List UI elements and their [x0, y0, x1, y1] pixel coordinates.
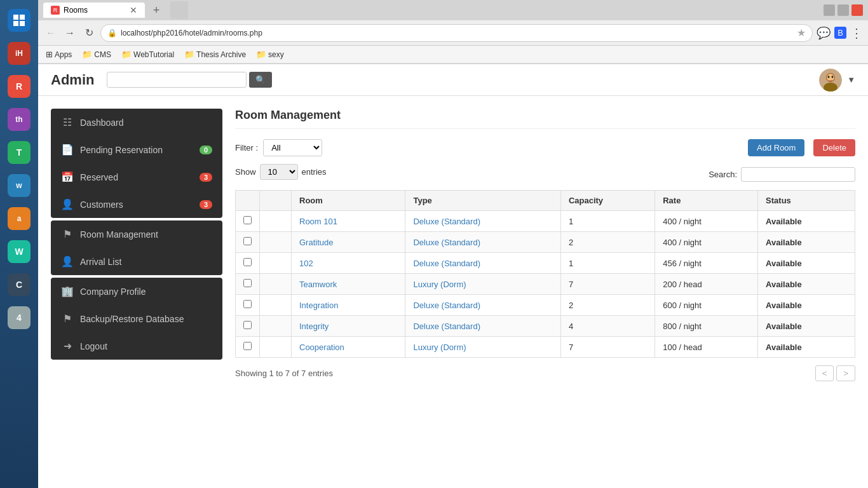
sidebar-item-room-management[interactable]: ⚑ Room Management: [51, 220, 222, 248]
tab-strip-control[interactable]: [170, 1, 188, 19]
row-checkbox-0[interactable]: [243, 216, 252, 224]
bookmark-cms-label: CMS: [94, 50, 111, 59]
taskbar-R[interactable]: R: [4, 71, 34, 102]
row-checkbox-1[interactable]: [243, 237, 252, 245]
new-tab-btn[interactable]: +: [147, 1, 165, 19]
forward-btn[interactable]: →: [62, 25, 78, 41]
arrival-icon: 👤: [61, 255, 74, 268]
filter-label: Filter :: [235, 143, 258, 152]
show-select[interactable]: 10 25 50 100: [260, 164, 298, 180]
room-link-3[interactable]: Teamwork: [299, 280, 337, 289]
row-img-cell-2: [260, 253, 292, 274]
type-link-3[interactable]: Luxury (Dorm): [413, 280, 466, 289]
tab-title: Rooms: [64, 6, 88, 15]
user-dropdown-arrow[interactable]: ▼: [847, 75, 855, 85]
svg-rect-1: [20, 15, 25, 20]
back-btn[interactable]: ←: [43, 25, 58, 41]
row-rate-cell-4: 600 / night: [655, 295, 758, 316]
row-img-cell-6: [260, 337, 292, 358]
delete-btn[interactable]: Delete: [813, 139, 855, 156]
taskbar-T[interactable]: T: [4, 137, 34, 168]
table-search-input[interactable]: [741, 167, 855, 182]
browser-tab[interactable]: R Rooms ✕: [43, 3, 145, 18]
taskbar-start[interactable]: [4, 5, 34, 36]
header-search-btn[interactable]: 🔍: [249, 72, 272, 88]
row-type-cell-4: Deluxe (Standard): [405, 295, 560, 316]
tab-close-btn[interactable]: ✕: [130, 5, 137, 15]
bookmark-star[interactable]: ★: [797, 27, 806, 39]
taskbar-W[interactable]: W: [4, 236, 34, 267]
row-img-cell-4: [260, 295, 292, 316]
taskbar-an[interactable]: a: [4, 203, 34, 234]
window-minimize[interactable]: [824, 4, 835, 16]
reload-btn[interactable]: ↻: [81, 25, 97, 41]
sidebar-item-logout[interactable]: ➜ Logout: [51, 332, 222, 360]
row-checkbox-5[interactable]: [243, 321, 252, 329]
taskbar-th[interactable]: th: [4, 104, 34, 135]
bookmark-thesis-archive[interactable]: 📁 Thesis Archive: [182, 48, 248, 60]
taskbar-web[interactable]: w: [4, 170, 34, 201]
entries-label: entries: [302, 167, 327, 177]
room-link-2[interactable]: 102: [299, 259, 313, 268]
header-search-input[interactable]: [107, 72, 247, 88]
th-rate: Rate: [655, 191, 758, 211]
sidebar-item-pending-reservation[interactable]: 📄 Pending Reservation 0: [51, 136, 222, 163]
room-link-6[interactable]: Cooperation: [299, 342, 344, 352]
room-link-4[interactable]: Integration: [299, 301, 338, 310]
window-maximize[interactable]: [837, 4, 849, 16]
row-status-cell-2: Available: [758, 253, 855, 274]
table-row: 102 Deluxe (Standard) 1 456 / night Avai…: [236, 253, 855, 274]
sidebar-section-2: ⚑ Room Management 👤 Arrival List: [51, 220, 222, 275]
logout-icon: ➜: [61, 340, 74, 352]
menu-btn[interactable]: ⋮: [850, 25, 863, 41]
window-close[interactable]: [851, 4, 863, 16]
row-checkbox-4[interactable]: [243, 300, 252, 308]
add-room-btn[interactable]: Add Room: [748, 139, 804, 156]
type-link-4[interactable]: Deluxe (Standard): [413, 301, 480, 310]
row-rate-cell-6: 100 / head: [655, 337, 758, 358]
sidebar-item-customers[interactable]: 👤 Customers 3: [51, 191, 222, 218]
taskbar-C[interactable]: C: [4, 269, 34, 300]
row-rate-cell-5: 800 / night: [655, 316, 758, 337]
row-checkbox-2[interactable]: [243, 258, 252, 266]
row-checkbox-cell: [236, 253, 260, 274]
bookmark-apps[interactable]: ⊞ Apps: [43, 48, 74, 60]
type-link-1[interactable]: Deluxe (Standard): [413, 238, 480, 247]
sidebar-item-arrival-list[interactable]: 👤 Arrival List: [51, 248, 222, 275]
row-capacity-cell-5: 4: [560, 316, 654, 337]
user-avatar[interactable]: [819, 69, 842, 92]
sidebar-item-backup[interactable]: ⚑ Backup/Restore Database: [51, 305, 222, 332]
taskbar-iHeart[interactable]: iH: [4, 38, 34, 69]
room-link-5[interactable]: Integrity: [299, 322, 329, 331]
reserved-badge: 3: [200, 173, 212, 182]
sidebar-label-logout: Logout: [80, 341, 212, 351]
row-checkbox-3[interactable]: [243, 279, 252, 287]
bookmark-cms[interactable]: 📁 CMS: [79, 48, 114, 60]
sidebar-item-reserved[interactable]: 📅 Reserved 3: [51, 163, 222, 191]
row-img-cell-1: [260, 232, 292, 253]
type-link-5[interactable]: Deluxe (Standard): [413, 322, 480, 331]
room-link-0[interactable]: Room 101: [299, 217, 337, 226]
filter-dropdown[interactable]: All Available Occupied: [263, 139, 322, 156]
row-status-cell-0: Available: [758, 211, 855, 232]
room-link-1[interactable]: Gratitude: [299, 238, 333, 247]
address-bar[interactable]: 🔒 localhost/php2016/hotel/admin/rooms.ph…: [100, 24, 813, 42]
row-type-cell-1: Deluxe (Standard): [405, 232, 560, 253]
type-link-0[interactable]: Deluxe (Standard): [413, 217, 480, 226]
sidebar-item-company-profile[interactable]: 🏢 Company Profile: [51, 278, 222, 305]
bookmark-thesis-icon: 📁: [184, 50, 194, 59]
bookmark-webtutorial[interactable]: 📁 WebTutorial: [119, 48, 177, 60]
next-page-btn[interactable]: >: [836, 365, 855, 381]
type-link-2[interactable]: Deluxe (Standard): [413, 259, 480, 268]
type-link-6[interactable]: Luxury (Dorm): [413, 342, 466, 352]
prev-page-btn[interactable]: <: [815, 365, 834, 381]
row-checkbox-6[interactable]: [243, 342, 252, 350]
sidebar-label-room-management: Room Management: [80, 229, 212, 240]
sidebar-label-customers: Customers: [80, 200, 193, 210]
url-input[interactable]: localhost/php2016/hotel/admin/rooms.php: [121, 29, 793, 37]
extension-icon[interactable]: B: [834, 27, 846, 39]
messenger-icon[interactable]: 💬: [817, 26, 831, 40]
bookmark-sexy[interactable]: 📁 sexy: [254, 48, 287, 60]
taskbar-4[interactable]: 4: [4, 302, 34, 333]
sidebar-item-dashboard[interactable]: ☷ Dashboard: [51, 109, 222, 136]
